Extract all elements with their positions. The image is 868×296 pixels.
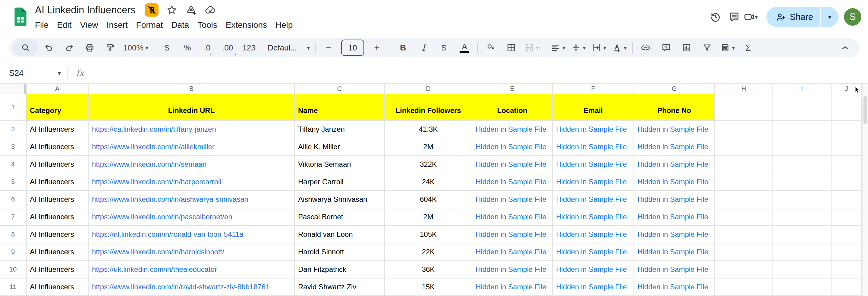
cloud-saved-icon[interactable] — [204, 4, 216, 16]
row-header-10[interactable]: 10 — [0, 261, 27, 278]
cell-G11[interactable]: Hidden in Sample File — [634, 278, 715, 296]
redo-button[interactable] — [59, 39, 80, 56]
cell-D3[interactable]: 2M — [385, 138, 472, 156]
row-header-2[interactable]: 2 — [0, 121, 27, 138]
cell-I2[interactable] — [773, 121, 832, 138]
cell-A11[interactable]: AI Influencers — [27, 278, 89, 296]
cell-C6[interactable]: Aishwarya Srinivasan — [295, 191, 385, 208]
menu-edit[interactable]: Edit — [53, 19, 76, 31]
cell-F9[interactable]: Hidden in Sample File — [553, 243, 634, 261]
strikethrough-button[interactable]: S — [434, 39, 454, 56]
row-header-4[interactable]: 4 — [0, 156, 27, 173]
cell-D10[interactable]: 36K — [385, 261, 472, 278]
menu-extensions[interactable]: Extensions — [221, 19, 271, 31]
text-color-button[interactable]: A — [454, 39, 475, 56]
cell-J5[interactable] — [832, 173, 862, 191]
insert-link-button[interactable] — [635, 39, 656, 56]
cell-E6[interactable]: Hidden in Sample File — [472, 191, 553, 208]
hide-menus-button[interactable] — [835, 39, 855, 56]
cell-B6[interactable]: https://www.linkedin.com/in/aishwarya-sr… — [89, 191, 295, 208]
cell-H10[interactable] — [715, 261, 773, 278]
meet-caret-icon[interactable]: ▾ — [755, 14, 758, 20]
italic-button[interactable]: I — [413, 39, 434, 56]
cell-D11[interactable]: 15K — [385, 278, 472, 296]
cell-B5[interactable]: https://www.linkedin.com/in/harpercarrol… — [89, 173, 295, 191]
menu-format[interactable]: Format — [132, 19, 167, 31]
column-header-G[interactable]: G — [634, 84, 715, 94]
cell-J9[interactable] — [832, 243, 862, 261]
column-header-B[interactable]: B — [89, 84, 295, 94]
cell-C4[interactable]: Viktoria Semaan — [295, 156, 385, 173]
cell-B1[interactable]: Linkedin URL — [89, 94, 295, 121]
row-header-3[interactable]: 3 — [0, 138, 27, 156]
cell-F5[interactable]: Hidden in Sample File — [553, 173, 634, 191]
font-select[interactable]: Defaul... ▾ — [265, 39, 313, 56]
star-icon[interactable] — [166, 4, 178, 16]
cell-J8[interactable] — [832, 226, 862, 243]
row-header-5[interactable]: 5 — [0, 173, 27, 191]
cell-I1[interactable] — [773, 94, 832, 121]
meet-button[interactable]: ▾ — [744, 11, 758, 23]
cell-C10[interactable]: Dan Fitzpatrick — [295, 261, 385, 278]
menu-tools[interactable]: Tools — [193, 19, 221, 31]
cell-D2[interactable]: 41.3K — [385, 121, 472, 138]
decrease-decimal-button[interactable]: .0← — [198, 39, 218, 56]
cell-I5[interactable] — [773, 173, 832, 191]
cell-I11[interactable] — [773, 278, 832, 296]
row-header-1[interactable]: 1 — [0, 94, 27, 121]
comments-icon[interactable] — [725, 7, 744, 26]
cell-F1[interactable]: Email — [553, 94, 634, 121]
scrollbar-thumb[interactable] — [864, 96, 867, 124]
cell-G10[interactable]: Hidden in Sample File — [634, 261, 715, 278]
cell-B9[interactable]: https://www.linkedin.com/in/haroldsinnot… — [89, 243, 295, 261]
cell-A10[interactable]: AI Influencers — [27, 261, 89, 278]
cell-E1[interactable]: Location — [472, 94, 553, 121]
menu-help[interactable]: Help — [271, 19, 297, 31]
cell-C5[interactable]: Harper Carroll — [295, 173, 385, 191]
cell-A9[interactable]: AI Influencers — [27, 243, 89, 261]
cell-C9[interactable]: Harold Sinnott — [295, 243, 385, 261]
cell-I8[interactable] — [773, 226, 832, 243]
cell-E8[interactable]: Hidden in Sample File — [472, 226, 553, 243]
cell-A6[interactable]: AI Influencers — [27, 191, 89, 208]
cell-D6[interactable]: 604K — [385, 191, 472, 208]
increase-font-size-button[interactable]: + — [367, 39, 387, 56]
cell-G8[interactable]: Hidden in Sample File — [634, 226, 715, 243]
account-avatar[interactable]: S — [844, 8, 861, 26]
cell-E11[interactable]: Hidden in Sample File — [472, 278, 553, 296]
cell-H11[interactable] — [715, 278, 773, 296]
insert-chart-button[interactable] — [676, 39, 697, 56]
format-currency-button[interactable]: $ — [157, 39, 177, 56]
name-box[interactable]: S24 ▾ — [9, 69, 61, 78]
bold-button[interactable]: B — [393, 39, 413, 56]
cell-B7[interactable]: https://www.linkedin.com/in/pascalbornet… — [89, 208, 295, 226]
cell-E4[interactable]: Hidden in Sample File — [472, 156, 553, 173]
cell-E2[interactable]: Hidden in Sample File — [472, 121, 553, 138]
cell-H8[interactable] — [715, 226, 773, 243]
cell-H9[interactable] — [715, 243, 773, 261]
cell-D4[interactable]: 322K — [385, 156, 472, 173]
column-header-I[interactable]: I — [773, 84, 832, 94]
menu-data[interactable]: Data — [167, 19, 193, 31]
borders-button[interactable] — [501, 39, 521, 56]
cell-J6[interactable] — [832, 191, 862, 208]
cell-B11[interactable]: https://www.linkedin.com/in/ravid-shwart… — [89, 278, 295, 296]
cell-D9[interactable]: 22K — [385, 243, 472, 261]
cell-F2[interactable]: Hidden in Sample File — [553, 121, 634, 138]
cell-C3[interactable]: Allie K. Miller — [295, 138, 385, 156]
text-rotation-button[interactable]: ▾ — [609, 39, 629, 56]
formula-input[interactable] — [84, 63, 868, 83]
cell-H6[interactable] — [715, 191, 773, 208]
search-button[interactable] — [13, 39, 38, 56]
cell-J1[interactable] — [832, 94, 862, 121]
cell-H5[interactable] — [715, 173, 773, 191]
row-header-7[interactable]: 7 — [0, 208, 27, 226]
decrease-font-size-button[interactable]: − — [318, 39, 339, 56]
cell-D5[interactable]: 24K — [385, 173, 472, 191]
google-sheets-logo-icon[interactable] — [13, 7, 28, 27]
row-header-9[interactable]: 9 — [0, 243, 27, 261]
cell-J7[interactable] — [832, 208, 862, 226]
cell-H1[interactable] — [715, 94, 773, 121]
cell-A5[interactable]: AI Influencers — [27, 173, 89, 191]
cell-H7[interactable] — [715, 208, 773, 226]
